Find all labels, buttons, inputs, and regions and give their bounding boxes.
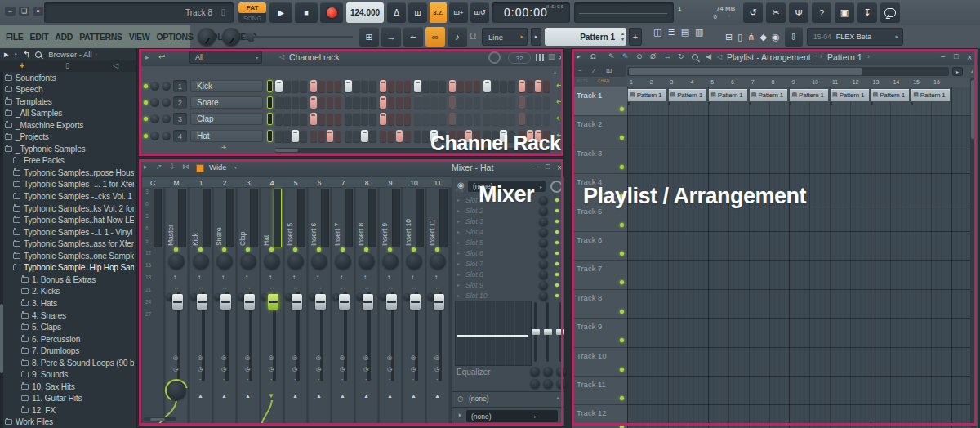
step-cell[interactable] — [353, 80, 360, 92]
minimize-icon[interactable]: – — [5, 7, 16, 16]
typing-to-piano-button[interactable]: Ш+ — [449, 2, 468, 23]
download-icon[interactable]: ⇩ — [169, 163, 176, 171]
step-cell[interactable] — [449, 80, 457, 92]
pat-mode-button[interactable]: PAT — [238, 2, 266, 13]
pan-knob[interactable] — [168, 253, 185, 270]
fx-slot-led[interactable] — [555, 262, 559, 265]
file-icon[interactable]: ▯ — [737, 27, 742, 47]
step-cell[interactable] — [439, 80, 446, 92]
channel-vol-knob[interactable] — [162, 114, 171, 123]
pan-knob[interactable] — [193, 253, 209, 270]
record-dot[interactable]: · — [270, 377, 272, 382]
browser-item[interactable]: 5. Claps — [21, 322, 61, 333]
step-cell[interactable] — [492, 80, 499, 92]
send2-sel[interactable]: (none) ▸ — [466, 410, 558, 422]
browser-item[interactable]: 9. Sounds — [21, 369, 68, 381]
step-cell[interactable] — [414, 80, 421, 92]
channel-button[interactable]: Hat — [190, 130, 263, 142]
step-cell[interactable] — [327, 130, 334, 142]
restore-icon[interactable]: ❏ — [19, 7, 29, 16]
shuffle-slider-thumb[interactable] — [248, 32, 254, 42]
pan-arrows-icon[interactable]: ↔ — [340, 284, 346, 291]
step-cell[interactable] — [292, 96, 299, 109]
mixer-strip[interactable]: Master↕↔◎◷· — [165, 187, 188, 424]
route-arrow-icon[interactable]: ▲ — [221, 393, 227, 399]
channel-number[interactable]: 2 — [173, 96, 187, 109]
step-cell[interactable] — [396, 96, 403, 109]
fx-slot-led[interactable] — [555, 273, 559, 276]
track-led[interactable] — [620, 338, 624, 342]
browser-item[interactable]: 11. Guitar Hits — [21, 393, 82, 404]
step-cell[interactable] — [439, 130, 446, 142]
fx-slot-knob[interactable] — [539, 239, 548, 247]
step-cell[interactable] — [361, 96, 368, 109]
step-cell[interactable] — [430, 130, 438, 142]
browser-item[interactable]: 4. Snares — [21, 310, 66, 321]
step-cell[interactable] — [292, 113, 299, 125]
browser-item[interactable]: Typhonic Samples..ks Vol. 2 for KICK2 — [13, 203, 134, 214]
step-cell[interactable] — [388, 80, 395, 92]
step-cell[interactable] — [345, 130, 352, 142]
browser-item[interactable]: Speech — [5, 84, 42, 96]
stereo-icon[interactable]: ◎ — [292, 354, 297, 360]
route-arrow-icon[interactable]: ▼ — [268, 393, 274, 399]
step-cell[interactable] — [492, 113, 499, 125]
step-cell[interactable] — [414, 130, 421, 142]
strip-led[interactable] — [293, 247, 297, 252]
step-cell[interactable] — [483, 96, 491, 109]
channel-pan-knob[interactable] — [150, 114, 159, 123]
minimize-icon[interactable]: – — [941, 52, 945, 60]
step-cell[interactable] — [519, 96, 526, 109]
pattern-clip[interactable]: ▤Pattern 1 — [627, 88, 667, 102]
channel-number[interactable]: 1 — [173, 80, 187, 92]
clock-icon[interactable]: ◷ — [316, 366, 321, 372]
playlist-track-header[interactable]: Track 11 — [572, 377, 627, 405]
undo-button[interactable]: ↺ — [743, 2, 763, 23]
track-led[interactable] — [620, 165, 624, 169]
step-cell[interactable] — [519, 130, 526, 142]
channel-swing-icon[interactable]: ↩ — [556, 81, 563, 90]
clock-icon[interactable]: ◷ — [269, 366, 274, 372]
step-cell[interactable] — [283, 80, 291, 92]
play-icon[interactable]: ▸ — [577, 52, 581, 60]
mixer-strip-number[interactable]: 7 — [332, 179, 354, 187]
insert-mix-knob[interactable] — [550, 181, 563, 193]
browser-scrollbar-thumb[interactable] — [0, 304, 3, 373]
browser-item[interactable]: Typhonic Sample..Hip Hop Samples — [13, 262, 134, 274]
master-route-knob[interactable] — [167, 381, 186, 400]
pan-knob[interactable] — [287, 253, 304, 270]
time-display[interactable]: 0:00:00 M:S:CS — [492, 2, 570, 23]
step-cell[interactable] — [300, 96, 307, 109]
track-led[interactable] — [620, 107, 624, 111]
stereo-sep-icon[interactable]: ↕ — [363, 274, 367, 281]
snap-selector[interactable]: Line ▸ — [482, 28, 528, 46]
save-button[interactable]: ▣ — [835, 2, 854, 23]
pan-arrows-icon[interactable]: ↔ — [411, 284, 417, 291]
step-cell[interactable] — [449, 96, 457, 109]
clock-icon[interactable]: ◷ — [292, 366, 297, 372]
fx-slot-knob[interactable] — [539, 196, 548, 205]
step-cell[interactable] — [275, 113, 283, 125]
browser-item[interactable]: Templates — [5, 96, 52, 107]
step-cell[interactable] — [396, 113, 403, 125]
channel-swing-icon[interactable]: ↩ — [556, 131, 563, 140]
stereo-sep-icon[interactable]: ↕ — [269, 274, 272, 281]
playlist-titlebar[interactable]: ▸Ω✎✎⊘Ø↔↻◀ ◁ Playlist - Arrangement › Pat… — [572, 49, 978, 65]
eq-slider-handle[interactable] — [544, 329, 552, 335]
search-icon[interactable] — [35, 51, 42, 58]
step-cell[interactable] — [439, 96, 446, 109]
browser-item[interactable]: _Projects — [5, 132, 49, 143]
step-cell[interactable] — [535, 96, 542, 109]
record-dot[interactable]: · — [341, 377, 343, 382]
step-cell[interactable] — [439, 113, 446, 125]
fx-slot-knob[interactable] — [539, 292, 548, 301]
pan-arrows-icon[interactable]: ↔ — [387, 284, 394, 291]
fx-slot-led[interactable] — [555, 209, 559, 212]
stereo-icon[interactable]: ◎ — [434, 354, 439, 360]
step-cell[interactable] — [361, 80, 368, 92]
step-cell[interactable] — [500, 130, 507, 142]
step-cell[interactable] — [500, 113, 507, 125]
step-cell[interactable] — [327, 113, 334, 125]
route-arrow-icon[interactable]: ▲ — [198, 393, 203, 399]
scroll-up-icon[interactable]: ▴ — [554, 69, 556, 74]
